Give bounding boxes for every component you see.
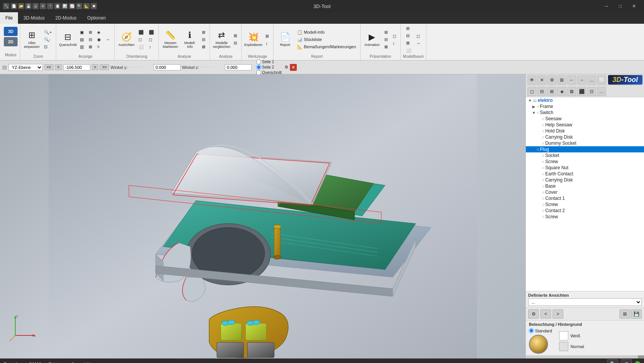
analyse-opt2[interactable]: ⊟	[200, 36, 207, 43]
status-settings-button[interactable]: ⚙	[621, 359, 632, 363]
pres-opt5[interactable]: ↕	[391, 40, 398, 46]
status-zoom-button[interactable]: 🔍	[607, 359, 618, 363]
report-button[interactable]: 📄 Report	[276, 29, 294, 50]
tree-item-frame[interactable]: ▶ ○ Frame	[526, 103, 644, 110]
expand-dummysocket[interactable]	[537, 141, 542, 146]
tree-item-holddisk[interactable]: ○ Hold Disk	[526, 128, 644, 134]
menu-tab-3d-modus[interactable]: 3D-Modus	[18, 12, 50, 24]
expand-base[interactable]	[537, 183, 542, 189]
panel-view5-button[interactable]: ⊠	[567, 87, 576, 96]
save-view-button[interactable]: 💾	[631, 309, 642, 319]
mb-opt4[interactable]: ⬜	[404, 47, 413, 54]
tree-item-elektro[interactable]: ▼ 🗂 elektro	[526, 97, 644, 103]
panel-box-button[interactable]: ⬜	[597, 75, 606, 85]
tree-item-earthcontact[interactable]: ○ Earth Contact	[526, 171, 644, 177]
tree-item-plug[interactable]: ▼ ○ Plug	[526, 146, 644, 152]
tool2-icon[interactable]: 📊	[62, 3, 68, 9]
expand-squarenut[interactable]	[537, 165, 542, 170]
analyse-opt3[interactable]: ⊠	[200, 44, 207, 50]
display-opt3[interactable]: ▥	[78, 44, 86, 50]
lighting-globe[interactable]	[529, 335, 548, 354]
mb-opt6[interactable]: ↔	[415, 40, 423, 46]
panel-view1-button[interactable]: ◻	[527, 87, 537, 96]
expand-earthcontact[interactable]	[537, 171, 542, 177]
expand-screw3[interactable]	[537, 214, 542, 219]
expand-helpseesaw[interactable]	[537, 122, 542, 128]
tool6-icon[interactable]: 🔲	[91, 3, 97, 9]
right-panel-scrollbar[interactable]	[526, 355, 644, 358]
white-swatch[interactable]	[559, 331, 568, 340]
panel-gear-button[interactable]: ⚙	[547, 75, 556, 85]
animation-button[interactable]: ▶ Animation	[363, 29, 381, 50]
tree-item-cover[interactable]: ○ Cover	[526, 189, 644, 195]
nav-icon-button[interactable]: ⚙	[528, 309, 539, 319]
vgl-opt1[interactable]: ⊞	[232, 33, 239, 39]
orient-opt3[interactable]: ⬜	[137, 44, 146, 50]
panel-fwd-button[interactable]: →	[577, 75, 586, 85]
ausrichten-button[interactable]: 🧭 Ausrichten	[117, 29, 135, 50]
winkel-y-slider[interactable]: · · · · · ·	[129, 65, 152, 69]
panel-more-button[interactable]: …	[587, 75, 596, 85]
expand-carryingdisk[interactable]	[537, 134, 542, 140]
panel-grid-button[interactable]: ⊞	[557, 75, 566, 85]
expand-switch[interactable]: ▼	[531, 110, 537, 115]
normal-swatch[interactable]	[559, 342, 568, 351]
expand-screw2[interactable]	[537, 202, 542, 207]
tool1-icon[interactable]: 📋	[54, 3, 60, 9]
scrollbar-thumb[interactable]	[638, 355, 644, 358]
nav-next-button[interactable]: >	[553, 309, 563, 319]
orient-opt2[interactable]: ◻	[137, 36, 146, 43]
zoom-in-button[interactable]: 🔍+	[42, 29, 54, 36]
panel-view2-button[interactable]: ⊟	[537, 87, 546, 96]
modell-info2-button[interactable]: 📋 Modell-Info	[295, 29, 358, 36]
ansichten-dropdown[interactable]: ...	[528, 298, 642, 306]
bemassungen-button[interactable]: 📐 Bemaßungen/Markierungen	[295, 44, 358, 50]
mb-opt3[interactable]: ⊠	[404, 40, 413, 46]
standard-radio[interactable]	[529, 328, 534, 333]
vgl-opt2[interactable]: ⊟	[232, 40, 239, 46]
cs-options-btn[interactable]: ⚙	[285, 65, 288, 70]
tree-item-carryingdisk2[interactable]: ○ Carrying Disk	[526, 177, 644, 183]
tree-item-squarenut[interactable]: ○ Square Nut	[526, 165, 644, 171]
tree-item-dummysocket[interactable]: ○ Dummy Socket	[526, 140, 644, 146]
standard-radio-label[interactable]: Standard	[529, 328, 552, 333]
tool5-icon[interactable]: 📐	[83, 3, 89, 9]
menu-tab-file[interactable]: File	[0, 12, 18, 24]
winkel-z-input[interactable]	[225, 64, 252, 70]
nav-left-button[interactable]: <	[55, 64, 62, 70]
zoom-fit-button[interactable]: ⊡	[42, 44, 54, 50]
display-opt1[interactable]: ▣	[78, 29, 86, 36]
tool4-icon[interactable]: 🔍	[76, 3, 82, 9]
tree-view[interactable]: ▼ 🗂 elektro ▶ ○ Frame ▼ ○ Switch ○ Seesa…	[526, 97, 644, 291]
wkz-opt2[interactable]: ↕	[263, 40, 271, 46]
alles-einpassen-button[interactable]: ⊞ Alleseinpassen	[23, 29, 41, 50]
tree-item-screw2[interactable]: ○ Screw	[526, 201, 644, 208]
new-icon[interactable]: 📄	[11, 3, 17, 9]
panel-eye-button[interactable]: 👁	[527, 75, 537, 85]
expand-screw1[interactable]	[537, 159, 542, 164]
orient-opt5[interactable]: ◻	[147, 36, 156, 43]
mb-opt2[interactable]: ⊟	[404, 33, 413, 39]
nav-left-left-button[interactable]: <<	[44, 64, 54, 70]
nav-prev-button[interactable]: <	[540, 309, 551, 319]
panel-view4-button[interactable]: ◈	[557, 87, 566, 96]
display-opt5[interactable]: ⊟	[87, 36, 94, 43]
seite1-radio[interactable]: Seite 1	[256, 59, 281, 64]
maximize-button[interactable]: □	[613, 0, 627, 12]
expand-elektro[interactable]: ▼	[527, 98, 533, 103]
explodieren-button[interactable]: 💥 Explodieren	[244, 29, 262, 50]
expand-frame[interactable]: ▶	[531, 104, 537, 109]
panel-close-button[interactable]: ✕	[537, 75, 546, 85]
nav-right-right-button[interactable]: >>	[100, 64, 109, 70]
display-opt8[interactable]: ◉	[95, 36, 103, 43]
querschnitt-button[interactable]: ⊟ Querschnitt	[59, 29, 77, 50]
tree-item-base[interactable]: ○ Base	[526, 183, 644, 189]
expand-seesaw[interactable]	[537, 116, 542, 121]
expand-cover[interactable]	[537, 190, 542, 195]
modelle-vergleichen-button[interactable]: ⇄ Modellevergleichen	[212, 29, 231, 50]
tree-item-helpseesaw[interactable]: ○ Help Seesaw	[526, 122, 644, 128]
pres-opt3[interactable]: ⊠	[382, 44, 390, 50]
tool3-icon[interactable]: 📈	[69, 3, 75, 9]
nav-right-button[interactable]: >	[92, 64, 99, 70]
winkel-z-slider[interactable]: · · · · · ·	[200, 65, 223, 69]
